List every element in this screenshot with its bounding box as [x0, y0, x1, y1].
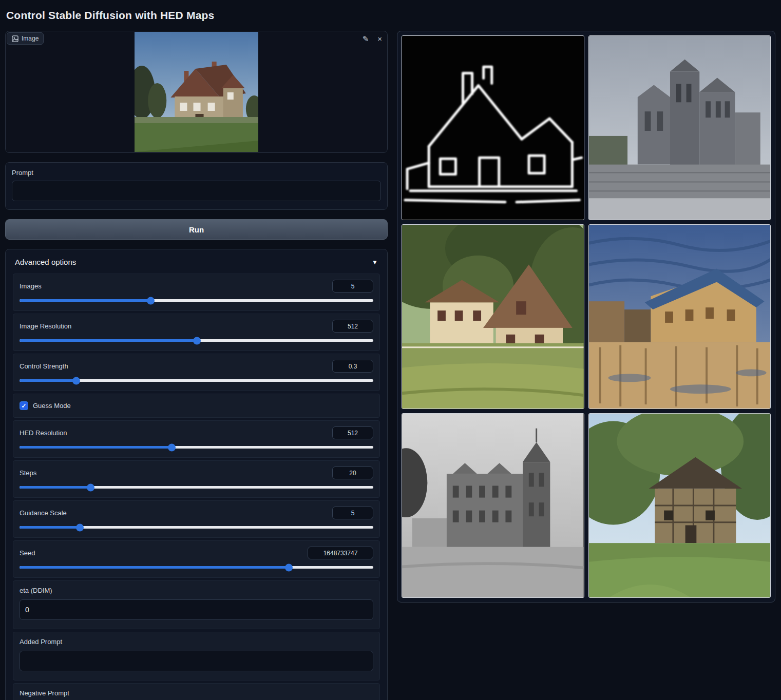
clear-image-button[interactable]: × — [376, 34, 383, 44]
grayscale-building-image — [402, 414, 584, 597]
added-prompt-input[interactable] — [20, 651, 373, 671]
main-layout: Image ✎ × — [5, 31, 776, 700]
added-prompt-group: Added Prompt — [13, 632, 380, 680]
group-head: Steps — [20, 466, 373, 479]
advanced-options-header[interactable]: Advanced options ▼ — [15, 258, 378, 266]
slider-thumb[interactable] — [168, 443, 176, 451]
slider-group-control-strength: Control Strength — [13, 354, 380, 391]
slider-thumb[interactable] — [87, 483, 94, 491]
slider-thumb[interactable] — [76, 523, 84, 531]
left-column: Image ✎ × — [5, 31, 388, 700]
gallery-item-grayscale-building[interactable] — [402, 413, 584, 598]
advanced-options-panel: Advanced options ▼ Images — [5, 249, 388, 700]
guess-mode-row: ✓ Guess Mode — [13, 394, 380, 418]
guess-mode-label: Guess Mode — [33, 402, 71, 410]
edit-image-button[interactable]: ✎ — [361, 34, 370, 44]
guidance-scale-label: Guidance Scale — [20, 509, 67, 517]
hed-resolution-value-input[interactable] — [332, 426, 373, 439]
guidance-scale-slider[interactable] — [20, 526, 373, 529]
image-icon — [12, 35, 18, 42]
added-prompt-label: Added Prompt — [20, 638, 373, 646]
group-head: Image Resolution — [20, 320, 373, 333]
image-input-label-badge: Image — [7, 32, 44, 45]
slider-thumb[interactable] — [285, 563, 293, 571]
slider-fill — [20, 486, 90, 489]
uploaded-house-image — [135, 32, 258, 152]
group-head: Seed — [20, 547, 373, 559]
hed-resolution-slider[interactable] — [20, 446, 373, 449]
eta-label: eta (DDIM) — [20, 587, 373, 594]
image-input-label: Image — [22, 35, 39, 42]
negative-prompt-group: Negative Prompt — [13, 683, 380, 700]
guidance-scale-value-input[interactable] — [332, 507, 373, 519]
prompt-label: Prompt — [12, 169, 381, 177]
slider-group-seed: Seed — [13, 540, 380, 578]
slider-thumb[interactable] — [147, 297, 155, 304]
seed-slider[interactable] — [20, 566, 373, 569]
gallery-item-hed-map[interactable] — [402, 35, 584, 220]
run-button[interactable]: Run — [5, 219, 388, 240]
gallery-item-house-painting[interactable] — [402, 224, 584, 409]
eta-input[interactable] — [20, 599, 373, 620]
slider-fill — [20, 446, 172, 449]
images-label: Images — [20, 282, 42, 290]
gallery-item-stylized-painting[interactable] — [588, 224, 771, 409]
negative-prompt-label: Negative Prompt — [20, 689, 373, 697]
image-resolution-label: Image Resolution — [20, 322, 71, 330]
page-title: Control Stable Diffusion with HED Maps — [6, 9, 775, 22]
advanced-options-body: Images Image Resolution — [13, 274, 380, 700]
slider-group-guidance-scale: Guidance Scale — [13, 500, 380, 538]
prompt-input[interactable] — [12, 181, 381, 201]
seed-label: Seed — [20, 549, 35, 557]
slider-group-images: Images — [13, 274, 380, 311]
slider-fill — [20, 566, 289, 569]
group-head: Control Strength — [20, 360, 373, 373]
slider-fill — [20, 379, 76, 382]
group-head: HED Resolution — [20, 426, 373, 439]
steps-label: Steps — [20, 469, 36, 477]
hed-resolution-label: HED Resolution — [20, 429, 67, 437]
slider-fill — [20, 299, 150, 302]
image-upload-area[interactable]: Image ✎ × — [5, 31, 388, 153]
group-head: Guidance Scale — [20, 507, 373, 519]
steps-value-input[interactable] — [332, 466, 373, 479]
cathedral-image — [589, 36, 771, 220]
steps-slider[interactable] — [20, 486, 373, 489]
slider-thumb[interactable] — [193, 337, 201, 344]
control-strength-value-input[interactable] — [332, 360, 373, 373]
slider-thumb[interactable] — [72, 377, 80, 384]
image-resolution-slider[interactable] — [20, 339, 373, 342]
control-strength-slider[interactable] — [20, 379, 373, 382]
result-gallery — [397, 31, 775, 602]
images-slider[interactable] — [20, 299, 373, 302]
check-icon: ✓ — [21, 402, 26, 410]
slider-fill — [20, 526, 80, 529]
slider-fill — [20, 339, 197, 342]
prompt-panel: Prompt — [5, 162, 388, 210]
image-toolbar: ✎ × — [361, 34, 383, 44]
slider-group-image-resolution: Image Resolution — [13, 314, 380, 351]
eta-group: eta (DDIM) — [13, 580, 380, 629]
slider-group-steps: Steps — [13, 460, 380, 498]
seed-value-input[interactable] — [308, 547, 373, 559]
advanced-options-title: Advanced options — [15, 258, 76, 266]
slider-group-hed-resolution: HED Resolution — [13, 420, 380, 458]
timber-house-image — [589, 414, 771, 597]
house-painting-image — [402, 225, 584, 409]
control-strength-label: Control Strength — [20, 362, 68, 370]
hed-map-image — [402, 36, 584, 220]
stylized-painting-image — [589, 225, 771, 409]
group-head: Images — [20, 280, 373, 293]
app-page: Control Stable Diffusion with HED Maps I… — [0, 0, 781, 700]
images-value-input[interactable] — [332, 280, 373, 293]
gallery-item-cathedral[interactable] — [588, 35, 771, 220]
image-resolution-value-input[interactable] — [332, 320, 373, 333]
guess-mode-checkbox[interactable]: ✓ — [20, 401, 28, 410]
collapse-arrow-icon: ▼ — [372, 259, 378, 266]
gallery-item-timber-house[interactable] — [588, 413, 771, 598]
